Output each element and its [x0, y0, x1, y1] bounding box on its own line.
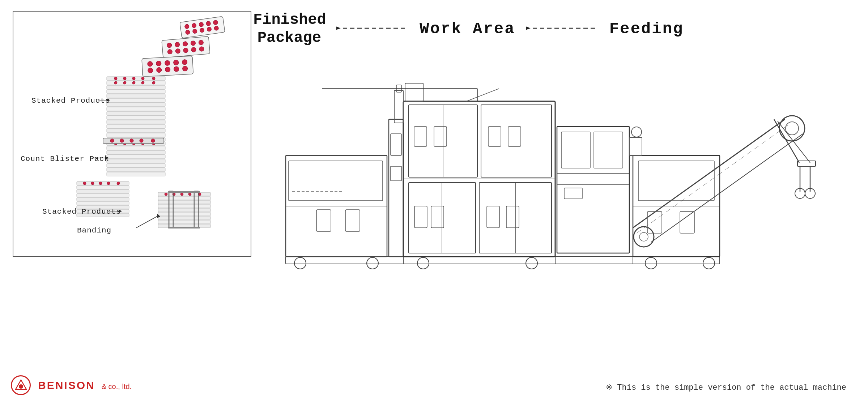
svg-rect-174 — [647, 211, 662, 233]
svg-point-33 — [174, 67, 179, 72]
svg-rect-138 — [481, 105, 552, 177]
svg-rect-80 — [77, 185, 129, 189]
svg-point-76 — [130, 139, 133, 142]
arrow-left-2 — [526, 25, 599, 32]
svg-rect-39 — [107, 94, 165, 98]
svg-point-88 — [83, 182, 86, 185]
svg-rect-109 — [168, 191, 200, 193]
svg-rect-82 — [77, 193, 129, 197]
svg-rect-38 — [107, 90, 165, 94]
svg-point-192 — [19, 384, 23, 389]
svg-rect-97 — [158, 208, 210, 212]
svg-rect-66 — [107, 168, 165, 172]
svg-point-57 — [132, 81, 135, 84]
svg-rect-43 — [107, 111, 165, 115]
svg-rect-110 — [168, 227, 200, 228]
svg-point-32 — [165, 67, 170, 72]
svg-point-92 — [117, 182, 120, 185]
svg-rect-41 — [107, 103, 165, 107]
svg-point-104 — [180, 193, 183, 196]
label-count-blister: Count Blister Pack — [21, 155, 109, 163]
svg-point-102 — [165, 193, 167, 196]
svg-point-25 — [147, 61, 153, 67]
svg-rect-126 — [289, 161, 383, 201]
svg-point-53 — [141, 77, 144, 80]
svg-point-128 — [294, 257, 306, 269]
svg-point-164 — [786, 122, 799, 135]
svg-rect-140 — [508, 127, 521, 146]
company-name: BENISON — [38, 379, 95, 392]
svg-rect-96 — [158, 204, 210, 208]
svg-point-52 — [132, 77, 135, 80]
svg-point-89 — [91, 182, 94, 185]
svg-line-160 — [637, 125, 788, 233]
svg-point-28 — [173, 60, 179, 65]
left-diagram-box: /* rendered below */ — [13, 11, 251, 257]
svg-line-119 — [136, 216, 158, 228]
footer: BENISON & co., ltd. — [11, 375, 132, 395]
svg-rect-47 — [107, 129, 165, 133]
svg-rect-154 — [594, 132, 623, 168]
svg-rect-139 — [488, 127, 501, 146]
company-suffix: & co., ltd. — [102, 383, 132, 391]
svg-point-16 — [183, 41, 188, 46]
svg-rect-152 — [557, 127, 629, 253]
svg-point-27 — [165, 60, 170, 66]
svg-rect-62 — [107, 150, 165, 154]
svg-point-23 — [199, 46, 204, 51]
svg-point-183 — [631, 127, 642, 137]
svg-rect-180 — [394, 90, 403, 123]
svg-point-29 — [182, 59, 187, 65]
svg-point-105 — [188, 193, 191, 196]
svg-rect-42 — [107, 107, 165, 111]
svg-line-184 — [467, 89, 499, 101]
header-labels: FinishedPackage Work Area Feeding — [253, 11, 861, 47]
svg-point-129 — [367, 257, 378, 269]
svg-point-59 — [152, 81, 155, 84]
svg-point-91 — [107, 182, 110, 185]
svg-rect-137 — [434, 127, 447, 146]
svg-point-151 — [526, 257, 537, 269]
svg-rect-98 — [158, 212, 210, 216]
svg-rect-125 — [345, 210, 360, 231]
label-stacked-bottom: Stacked Products — [42, 208, 121, 216]
svg-rect-44 — [107, 116, 165, 120]
machine-diagram — [250, 54, 846, 329]
label-banding: Banding — [77, 226, 111, 235]
svg-rect-148 — [487, 206, 499, 228]
svg-rect-131 — [391, 134, 401, 155]
svg-rect-65 — [107, 163, 165, 167]
svg-rect-40 — [107, 98, 165, 102]
svg-point-51 — [123, 77, 126, 80]
svg-point-17 — [191, 40, 196, 46]
svg-point-90 — [99, 182, 102, 185]
svg-point-26 — [156, 61, 161, 66]
svg-rect-84 — [77, 201, 129, 205]
svg-point-162 — [639, 232, 648, 241]
svg-rect-167 — [797, 161, 816, 166]
svg-rect-179 — [405, 83, 423, 101]
svg-rect-124 — [316, 210, 331, 231]
svg-rect-48 — [107, 133, 165, 137]
svg-point-78 — [151, 139, 155, 142]
svg-rect-46 — [107, 124, 165, 128]
svg-point-22 — [191, 47, 196, 52]
svg-rect-64 — [107, 159, 165, 163]
svg-point-30 — [148, 68, 153, 73]
svg-point-54 — [152, 77, 155, 80]
svg-point-14 — [167, 43, 172, 48]
label-stacked-top: Stacked Products — [31, 97, 110, 105]
svg-point-161 — [634, 227, 654, 247]
svg-rect-121 — [286, 257, 720, 264]
svg-rect-67 — [107, 172, 165, 176]
svg-rect-94 — [158, 196, 210, 200]
svg-point-77 — [140, 139, 143, 142]
svg-rect-132 — [391, 166, 401, 181]
svg-point-50 — [114, 77, 117, 80]
svg-rect-175 — [680, 211, 694, 233]
svg-point-75 — [120, 139, 124, 142]
disclaimer: ※ This is the simple version of the actu… — [606, 383, 846, 392]
svg-point-21 — [183, 48, 188, 53]
svg-point-20 — [175, 48, 180, 54]
svg-rect-149 — [506, 206, 519, 228]
